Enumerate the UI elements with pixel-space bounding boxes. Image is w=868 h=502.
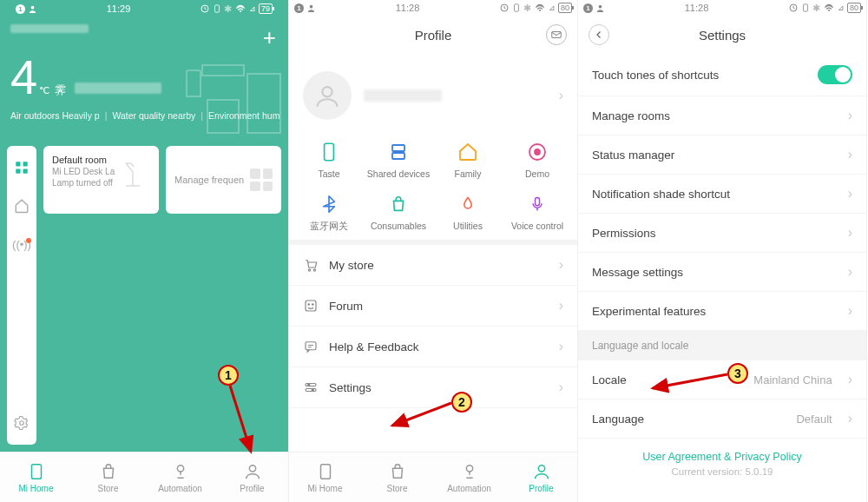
menu-forum[interactable]: Forum› [289, 286, 577, 327]
setting-experimental[interactable]: Experimental features› [578, 292, 866, 331]
shortcut-taste[interactable]: Taste [294, 141, 364, 179]
svg-point-24 [313, 269, 315, 271]
profile-menu: My store› Forum› Help & Feedback› Settin… [289, 240, 577, 408]
avatar [303, 71, 352, 120]
setting-permissions[interactable]: Permissions› [578, 214, 866, 253]
profile-account-row[interactable]: › [289, 54, 577, 141]
profile-header: Profile [289, 16, 577, 54]
cart-icon [303, 257, 319, 273]
svg-point-32 [312, 389, 313, 391]
device-card-default-room[interactable]: Default room Mi LED Desk La Lamp turned … [43, 146, 159, 214]
menu-my-store[interactable]: My store› [289, 245, 577, 286]
nav-automation[interactable]: Automation [144, 452, 216, 502]
setting-shade-shortcut[interactable]: Notification shade shortcut› [578, 175, 866, 214]
status-time: 11:29 [107, 3, 131, 14]
nav-mi-home[interactable]: Mi Home [0, 452, 72, 502]
setting-status-manager[interactable]: Status manager› [578, 135, 866, 175]
svg-point-12 [310, 4, 313, 8]
svg-rect-39 [803, 4, 807, 11]
shortcut-bt-gateway[interactable]: 蓝牙网关 [294, 193, 364, 233]
section-language-locale: Language and locale [578, 331, 866, 360]
smile-icon [303, 298, 319, 314]
page-title: Profile [415, 28, 452, 43]
svg-rect-17 [325, 143, 334, 161]
svg-point-7 [20, 421, 24, 426]
toggle-on[interactable] [818, 65, 852, 84]
svg-point-23 [308, 269, 310, 271]
add-device-button[interactable]: + [263, 24, 276, 51]
shortcut-demo[interactable]: Demo [503, 141, 572, 179]
annotation-1: 1 [218, 365, 239, 386]
nav-profile[interactable]: Profile [505, 452, 577, 502]
shortcut-grid: Taste Shared devices Family Demo 蓝牙网关 Co… [289, 141, 577, 240]
svg-point-16 [322, 87, 332, 96]
sliders-icon [303, 380, 319, 395]
user-agreement-link[interactable]: User Agreement & Privacy Policy [578, 451, 866, 463]
sidebar-grid-icon[interactable] [14, 160, 30, 175]
setting-manage-rooms[interactable]: Manage rooms› [578, 96, 866, 135]
version-label: Current version: 5.0.19 [578, 466, 866, 477]
setting-touch-tones[interactable]: Touch tones of shortcuts [578, 54, 866, 96]
nav-mi-home[interactable]: Mi Home [289, 452, 361, 502]
mail-icon[interactable] [546, 24, 567, 45]
page-title: Settings [699, 28, 746, 43]
chat-icon [303, 339, 319, 354]
svg-point-35 [538, 465, 544, 471]
svg-rect-6 [23, 169, 28, 174]
status-time: 11:28 [396, 3, 420, 13]
settings-header: Settings [578, 16, 866, 54]
sidebar-signal-icon[interactable]: ((•)) [14, 236, 30, 252]
svg-rect-22 [536, 198, 540, 206]
svg-rect-14 [514, 4, 518, 11]
svg-rect-29 [306, 384, 316, 386]
notification-dot [26, 238, 31, 243]
svg-rect-2 [214, 5, 219, 12]
nav-store[interactable]: Store [72, 452, 144, 502]
svg-rect-30 [306, 389, 316, 392]
shortcut-shared[interactable]: Shared devices [364, 141, 433, 179]
back-button[interactable] [589, 24, 609, 45]
home-header: 1 11:29 ✱ ⊿ 79 + 4 ℃ 霁 Air outdoors Heav… [0, 0, 288, 139]
nav-automation[interactable]: Automation [433, 452, 505, 502]
sidebar-settings-icon[interactable] [14, 415, 30, 431]
annotation-2: 2 [451, 392, 472, 413]
svg-point-37 [599, 4, 602, 8]
shortcut-utilities[interactable]: Utilities [433, 193, 503, 233]
svg-point-10 [249, 465, 255, 471]
chevron-right-icon: › [559, 88, 563, 103]
svg-rect-19 [392, 153, 404, 159]
shortcut-consumables[interactable]: Consumables [364, 193, 433, 233]
status-bar: 1 11:28 ✱ ⊿ 80 [289, 0, 577, 16]
status-time: 11:28 [685, 3, 709, 13]
svg-rect-33 [320, 464, 330, 479]
header-illustration [171, 61, 288, 139]
setting-language[interactable]: Language Default › [578, 400, 866, 439]
settings-footer: User Agreement & Privacy Policy Current … [578, 439, 866, 489]
svg-rect-4 [23, 162, 28, 166]
shortcut-family[interactable]: Family [433, 141, 503, 179]
annotation-3: 3 [727, 363, 748, 384]
screen-home: 1 11:29 ✱ ⊿ 79 + 4 ℃ 霁 Air outdoors Heav… [0, 0, 289, 502]
svg-line-40 [653, 374, 727, 388]
setting-message[interactable]: Message settings› [578, 253, 866, 292]
nav-store[interactable]: Store [361, 452, 433, 502]
svg-rect-3 [16, 162, 20, 166]
shortcut-voice[interactable]: Voice control [503, 193, 572, 233]
svg-rect-5 [16, 169, 20, 174]
room-sidebar: ((•)) [7, 146, 36, 445]
svg-point-26 [308, 304, 310, 306]
lamp-icon [115, 155, 150, 189]
nav-profile[interactable]: Profile [216, 452, 288, 502]
svg-point-9 [177, 465, 183, 471]
svg-rect-18 [392, 145, 404, 151]
svg-rect-25 [306, 301, 316, 311]
menu-help[interactable]: Help & Feedback› [289, 327, 577, 367]
svg-point-34 [466, 465, 472, 471]
svg-rect-28 [306, 342, 316, 350]
sidebar-home-icon[interactable] [14, 198, 30, 214]
status-bar: 1 11:28 ✱ ⊿ 80 [578, 0, 866, 16]
screen-profile: 1 11:28 ✱ ⊿ 80 Profile › Taste [289, 0, 578, 502]
svg-rect-8 [31, 464, 41, 479]
manage-frequent-card[interactable]: Manage frequen [166, 146, 281, 214]
bottom-nav: Mi Home Store Automation Profile [289, 452, 577, 502]
